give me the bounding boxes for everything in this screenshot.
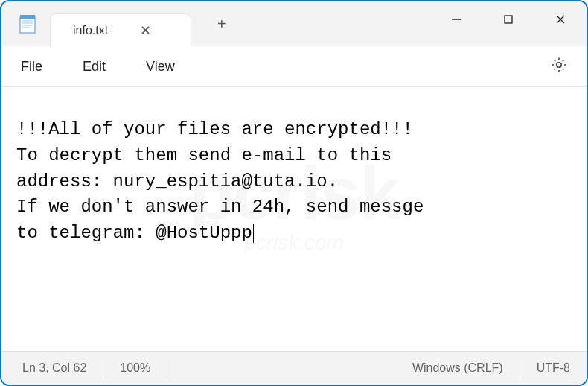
text-line: address: nury_espitia@tuta.io. [16,169,572,195]
minimize-icon [451,14,461,25]
edit-menu[interactable]: Edit [77,54,112,79]
view-menu[interactable]: View [140,54,181,79]
gear-icon [550,56,568,74]
text-line: !!!All of your files are encrypted!!! [16,117,572,143]
notepad-window: info.txt ✕ + File Edit View !!!All of y [0,0,588,386]
settings-button[interactable] [550,56,568,77]
text-editor-content[interactable]: !!!All of your files are encrypted!!!To … [1,87,587,351]
text-line: to telegram: @HostUppp [16,223,252,243]
text-line: To decrypt them send e-mail to this [16,143,572,169]
app-icon [1,14,39,34]
maximize-button[interactable] [482,1,534,37]
notepad-icon [19,14,36,34]
window-controls [430,1,587,37]
svg-rect-1 [20,15,35,19]
line-ending: Windows (CRLF) [396,358,520,379]
menubar: File Edit View [1,46,587,87]
close-icon [555,14,566,25]
file-tab[interactable]: info.txt ✕ [50,13,191,46]
file-menu[interactable]: File [15,54,48,79]
close-tab-icon[interactable]: ✕ [138,22,153,39]
cursor-position: Ln 3, Col 62 [1,358,103,379]
zoom-level[interactable]: 100% [103,358,167,379]
tab-title: info.txt [73,24,108,37]
statusbar: Ln 3, Col 62 100% Windows (CRLF) UTF-8 [1,351,587,385]
svg-point-10 [557,63,561,67]
new-tab-button[interactable]: + [210,12,234,37]
text-cursor [253,224,254,243]
titlebar: info.txt ✕ + [1,1,587,46]
maximize-icon [503,14,514,25]
close-window-button[interactable] [534,1,587,37]
svg-rect-7 [505,16,512,23]
encoding: UTF-8 [520,358,587,379]
text-line: If we don't answer in 24h, send messge [16,194,572,221]
minimize-button[interactable] [430,1,482,37]
